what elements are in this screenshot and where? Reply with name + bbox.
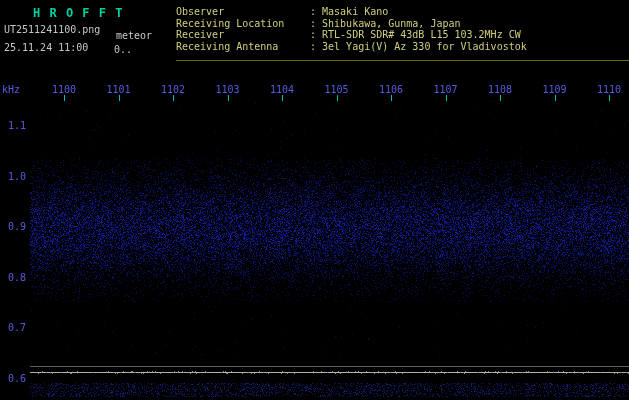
header-label: Observer (176, 6, 310, 18)
app-title: H R O F F T (33, 6, 123, 20)
header-row-location: Receiving Location : Shibukawa, Gunma, J… (176, 18, 527, 30)
echo-counter: 0.. (114, 44, 132, 55)
time-tick-label: 1107 (433, 84, 457, 95)
header-value: : RTL-SDR SDR# 43dB L15 103.2MHz CW (310, 29, 521, 41)
frequency-unit-label: kHz (2, 84, 20, 95)
time-tick-mark (64, 95, 65, 101)
header-row-observer: Observer : Masaki Kano (176, 6, 527, 18)
time-tick-mark (446, 95, 447, 101)
header-value: : 3el Yagi(V) Az 330 for Vladivostok (310, 41, 527, 53)
datetime-label: 25.11.24 11:00 (4, 42, 88, 53)
time-tick-label: 1101 (106, 84, 130, 95)
time-tick-label: 1108 (488, 84, 512, 95)
header-row-receiver: Receiver : RTL-SDR SDR# 43dB L15 103.2MH… (176, 29, 527, 41)
time-tick-label: 1104 (270, 84, 294, 95)
header-value: : Shibukawa, Gunma, Japan (310, 18, 461, 30)
header-label: Receiving Location (176, 18, 310, 30)
time-tick-mark (391, 95, 392, 101)
time-tick-mark (555, 95, 556, 101)
header-value: : Masaki Kano (310, 6, 388, 18)
observation-header: Observer : Masaki Kano Receiving Locatio… (176, 6, 527, 52)
frequency-tick-label: 1.0 (0, 171, 26, 182)
time-tick-mark (173, 95, 174, 101)
frequency-tick-label: 0.9 (0, 221, 26, 232)
time-tick-mark (228, 95, 229, 101)
time-tick-mark (609, 95, 610, 101)
time-tick-label: 1109 (542, 84, 566, 95)
mode-label: meteor (116, 30, 152, 41)
frequency-tick-label: 1.1 (0, 120, 26, 131)
time-tick-mark (500, 95, 501, 101)
time-tick-label: 1103 (215, 84, 239, 95)
hrofft-spectrogram-screen: H R O F F T UT2511241100.png meteor 25.1… (0, 0, 629, 400)
frequency-tick-label: 0.7 (0, 322, 26, 333)
time-tick-label: 1102 (161, 84, 185, 95)
time-tick-label: 1110 (597, 84, 621, 95)
time-tick-mark (282, 95, 283, 101)
time-tick-mark (337, 95, 338, 101)
output-filename: UT2511241100.png (4, 24, 100, 35)
time-tick-mark (119, 95, 120, 101)
header-label: Receiver (176, 29, 310, 41)
time-tick-label: 1106 (379, 84, 403, 95)
header-row-antenna: Receiving Antenna : 3el Yagi(V) Az 330 f… (176, 41, 527, 53)
header-label: Receiving Antenna (176, 41, 310, 53)
header-separator (176, 60, 629, 61)
time-tick-label: 1100 (52, 84, 76, 95)
frequency-tick-label: 0.8 (0, 272, 26, 283)
time-tick-label: 1105 (324, 84, 348, 95)
frequency-tick-label: 0.6 (0, 373, 26, 384)
